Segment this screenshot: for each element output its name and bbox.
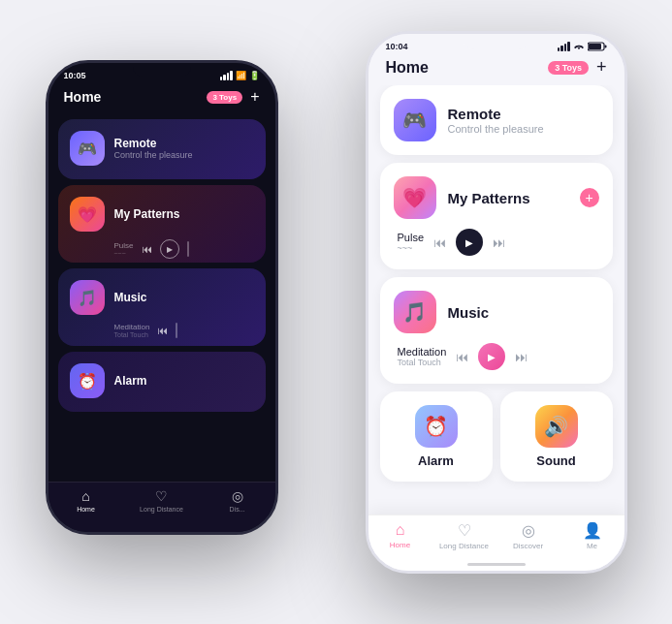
svg-rect-1 — [589, 44, 601, 49]
back-notch — [133, 63, 191, 77]
front-add-button[interactable]: + — [596, 57, 607, 78]
front-music-controls: Meditation Total Touch ⏮ ▶ ⏭ — [394, 343, 599, 370]
front-nav-longdist[interactable]: ♡ Long Distance — [432, 521, 496, 550]
front-music-play[interactable]: ▶ — [478, 343, 505, 370]
front-patterns-title: My Patterns — [448, 190, 568, 206]
front-nav-me-icon: 👤 — [583, 521, 602, 540]
front-patterns-badge: + — [580, 188, 599, 207]
back-nav-discover[interactable]: ◎ Dis... — [200, 488, 275, 513]
back-remote-subtitle: Control the pleasure — [114, 150, 193, 160]
back-music-bar — [176, 323, 177, 338]
front-remote-card[interactable]: 🎮 Remote Control the pleasure — [380, 85, 613, 155]
front-patterns-icon: 💗 — [394, 176, 436, 219]
scene: 10:05 📶 🔋 Home 3 Toys + — [16, 12, 656, 612]
back-nav-longdist-icon: ♡ — [155, 488, 168, 504]
front-screen: 10:04 — [368, 34, 624, 571]
front-nav-me[interactable]: 👤 Me — [560, 521, 624, 550]
back-nav: ⌂ Home ♡ Long Distance ◎ Dis... — [48, 482, 275, 532]
front-signal-icon — [558, 42, 570, 51]
phone-back: 10:05 📶 🔋 Home 3 Toys + — [46, 60, 278, 535]
front-alarm-card[interactable]: ⏰ Alarm — [380, 391, 493, 482]
back-status-icons: 📶 🔋 — [220, 71, 260, 80]
front-wifi-icon — [573, 42, 585, 51]
front-notch — [463, 34, 530, 49]
back-remote-icon: 🎮 — [70, 131, 105, 166]
front-nav-me-label: Me — [587, 542, 597, 550]
back-alarm-title: Alarm — [114, 374, 147, 388]
front-status-icons — [558, 42, 607, 51]
front-remote-subtitle: Control the pleasure — [448, 123, 599, 135]
front-patterns-controls: Pulse ~~~ ⏮ ▶ ⏭ — [394, 229, 599, 256]
front-patterns-ctrl-sub: ~~~ — [398, 243, 425, 253]
front-nav-longdist-label: Long Distance — [439, 542, 489, 550]
front-sound-card[interactable]: 🔊 Sound — [500, 391, 613, 482]
back-screen: 10:05 📶 🔋 Home 3 Toys + — [48, 63, 275, 532]
wifi-icon: 📶 — [236, 71, 246, 80]
back-patterns-prev[interactable]: ⏮ — [142, 243, 152, 255]
signal-icon — [220, 71, 233, 80]
back-music-controls: Meditation Total Touch ⏮ — [70, 323, 254, 338]
back-remote-card[interactable]: 🎮 Remote Control the pleasure — [58, 119, 266, 179]
front-header-title: Home — [386, 59, 429, 77]
back-patterns-play[interactable]: ▶ — [160, 239, 179, 259]
back-nav-discover-icon: ◎ — [232, 488, 243, 504]
back-patterns-icon: 💗 — [70, 197, 105, 232]
back-patterns-title: My Patterns — [114, 207, 180, 221]
back-patterns-controls: Pulse ~~~ ⏮ ▶ — [70, 239, 254, 259]
front-alarm-title: Alarm — [418, 453, 454, 468]
front-alarm-icon: ⏰ — [415, 405, 458, 448]
front-patterns-card[interactable]: 💗 My Patterns + Pulse ~~~ ⏮ ▶ ⏭ — [380, 163, 613, 269]
front-music-prev[interactable]: ⏮ — [456, 350, 468, 364]
front-nav-discover-icon: ◎ — [522, 521, 535, 540]
back-alarm-card[interactable]: ⏰ Alarm — [58, 352, 266, 412]
back-patterns-bar — [187, 241, 189, 257]
back-nav-discover-label: Dis... — [230, 506, 245, 513]
back-header-title: Home — [64, 89, 102, 105]
front-sound-icon: 🔊 — [535, 405, 578, 448]
svg-rect-2 — [604, 46, 606, 48]
front-music-next[interactable]: ⏭ — [515, 350, 528, 364]
front-patterns-prev[interactable]: ⏮ — [433, 235, 446, 250]
back-patterns-card[interactable]: 💗 My Patterns Pulse ~~~ ⏮ ▶ — [58, 185, 266, 263]
back-add-button[interactable]: + — [250, 88, 259, 106]
phone-front: 10:04 — [366, 31, 627, 574]
back-patterns-control-sub: ~~~ — [114, 250, 134, 257]
back-nav-longdist[interactable]: ♡ Long Distance — [124, 488, 200, 513]
front-home-indicator — [467, 563, 526, 566]
front-remote-icon: 🎮 — [394, 99, 436, 141]
back-time: 10:05 — [64, 71, 86, 80]
back-nav-home[interactable]: ⌂ Home — [48, 488, 124, 513]
back-nav-longdist-label: Long Distance — [140, 506, 183, 513]
back-music-card[interactable]: 🎵 Music Meditation Total Touch ⏮ — [58, 268, 266, 346]
front-bottom-row: ⏰ Alarm 🔊 Sound — [380, 391, 613, 482]
front-sound-title: Sound — [536, 453, 575, 468]
front-nav-home[interactable]: ⌂ Home — [368, 521, 432, 549]
front-remote-title: Remote — [448, 106, 599, 122]
back-music-title: Music — [114, 291, 147, 304]
back-music-control-sub: Total Touch — [114, 331, 150, 338]
back-patterns-control-label: Pulse — [114, 241, 134, 250]
back-header: Home 3 Toys + — [48, 84, 275, 113]
front-time: 10:04 — [386, 42, 408, 51]
back-alarm-icon: ⏰ — [70, 363, 105, 398]
front-patterns-play[interactable]: ▶ — [456, 229, 483, 256]
back-remote-title: Remote — [114, 137, 193, 150]
front-header-badge: 3 Toys — [548, 61, 589, 75]
front-music-card[interactable]: 🎵 Music Meditation Total Touch ⏮ ▶ ⏭ — [380, 277, 613, 384]
front-music-ctrl-label: Meditation — [398, 346, 447, 358]
back-music-prev[interactable]: ⏮ — [157, 325, 168, 336]
back-header-badge: 3 Toys — [207, 91, 242, 104]
front-nav-discover-label: Discover — [513, 542, 543, 550]
front-music-icon: 🎵 — [394, 291, 436, 333]
front-nav-longdist-icon: ♡ — [458, 521, 471, 540]
front-music-ctrl-sub: Total Touch — [398, 358, 447, 367]
front-patterns-ctrl-label: Pulse — [398, 232, 425, 243]
front-nav-home-icon: ⌂ — [396, 521, 405, 539]
front-content: 🎮 Remote Control the pleasure 💗 My Patte… — [368, 85, 624, 489]
front-nav-home-label: Home — [390, 541, 410, 549]
front-nav-discover[interactable]: ◎ Discover — [496, 521, 560, 550]
front-patterns-next[interactable]: ⏭ — [493, 235, 505, 250]
back-music-icon: 🎵 — [70, 280, 105, 315]
battery-icon: 🔋 — [249, 71, 260, 80]
front-music-title: Music — [448, 304, 599, 321]
